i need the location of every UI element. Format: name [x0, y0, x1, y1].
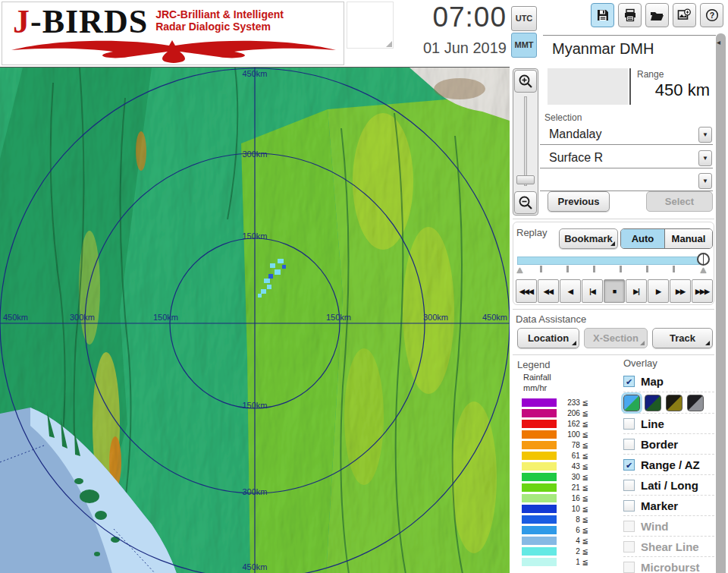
map-style-swatch[interactable] [666, 395, 682, 411]
open-folder-button[interactable] [645, 3, 669, 27]
chevron-down-icon[interactable]: ▼ [698, 173, 712, 189]
legend-threshold-value: 78 ≦ [557, 441, 588, 449]
overlay-item-lati-long[interactable]: Lati / Long [623, 474, 714, 495]
slider-start-marker-icon[interactable]: ▲ [515, 264, 525, 275]
mmt-button[interactable]: MMT [511, 33, 537, 58]
manual-button[interactable]: Manual [665, 229, 712, 248]
zoom-slider-track[interactable] [524, 96, 527, 186]
eagle-logo-icon [8, 37, 339, 65]
stop-button[interactable]: ■ [604, 279, 625, 303]
legend-color-swatch [522, 420, 557, 428]
overlay-item-marker[interactable]: Marker [623, 495, 714, 515]
print-button[interactable] [618, 3, 642, 27]
help-icon: ? [705, 8, 719, 22]
overlay-item-microburst: Microburst [623, 556, 714, 573]
checkbox-icon [623, 562, 635, 573]
step-back-button[interactable]: |◀ [582, 279, 603, 303]
svg-text:?: ? [709, 11, 714, 20]
legend-entry: 6 ≦ [522, 524, 590, 535]
extra-dropdown[interactable]: ▼ [540, 172, 713, 191]
legend-threshold-value: 4 ≦ [557, 537, 588, 545]
checkbox-checked-icon[interactable]: ✔ [623, 459, 635, 471]
auto-button[interactable]: Auto [621, 229, 665, 248]
legend-color-swatch [522, 505, 557, 513]
zoom-slider-handle[interactable] [516, 175, 535, 184]
checkbox-icon [623, 521, 635, 532]
map-style-selector [623, 392, 714, 413]
utc-button[interactable]: UTC [511, 6, 537, 31]
bookmark-label: Bookmark [564, 233, 613, 244]
save-button[interactable] [591, 3, 614, 27]
slider-tick [673, 266, 675, 272]
checkbox-checked-icon[interactable]: ✔ [623, 376, 635, 387]
overlay-item-label: Shear Line [641, 540, 699, 553]
play-button[interactable]: ▶ [648, 279, 669, 303]
panel-collapse-strip[interactable] [716, 33, 726, 573]
collapse-arrow-icon[interactable]: ◂ [717, 38, 720, 46]
overlay-item-map[interactable]: ✔Map [623, 371, 714, 392]
logo-birds: -BIRDS [30, 3, 148, 40]
map-style-swatch-selected[interactable] [623, 395, 640, 411]
forward-button[interactable]: ▶▶ [670, 279, 691, 303]
range-ring-label: 450km [242, 69, 267, 78]
rain-echo [275, 269, 281, 275]
legend-threshold-value: 10 ≦ [557, 505, 588, 513]
legend-color-swatch [522, 473, 557, 481]
selection-label: Selection [544, 112, 582, 123]
slider-end-marker-icon[interactable]: ▲ [698, 264, 708, 275]
rain-echo [264, 279, 270, 283]
previous-button[interactable]: Previous [548, 191, 610, 212]
site-dropdown[interactable]: Mandalay ▼ [540, 125, 713, 145]
legend-threshold-value: 2 ≦ [557, 547, 588, 556]
help-button[interactable]: ? [700, 3, 723, 27]
checkbox-icon[interactable] [623, 439, 635, 450]
range-ring-label: 300km [242, 150, 267, 159]
slider-tick [620, 266, 622, 272]
overlay-item-line[interactable]: Line [623, 413, 714, 433]
map-style-swatch[interactable] [645, 395, 661, 411]
chevron-down-icon[interactable]: ▼ [698, 150, 712, 166]
rewind-button[interactable]: ◀◀ [538, 279, 559, 303]
fast-forward-button[interactable]: ▶▶▶ [692, 279, 713, 303]
magnifier-plus-icon [518, 74, 533, 89]
map-style-swatch[interactable] [687, 395, 704, 411]
slider-tick [540, 266, 542, 272]
checkbox-icon[interactable] [623, 480, 635, 491]
overlay-title: Overlay [623, 357, 657, 369]
product-dropdown[interactable]: Surface R ▼ [540, 149, 713, 168]
step-forward-button[interactable]: ▶| [626, 279, 647, 303]
replay-slider-track[interactable] [517, 257, 704, 265]
legend-color-swatch [522, 441, 557, 449]
overlay-item-label: Microburst [641, 561, 700, 573]
fast-rewind-button[interactable]: ◀◀◀ [516, 279, 537, 303]
radar-map-image: 450km300km150km150km300km450km450km300km… [0, 68, 510, 573]
add-image-button[interactable] [673, 3, 696, 27]
select-button: Select [646, 191, 713, 212]
chevron-down-icon[interactable]: ▼ [698, 127, 712, 143]
track-button[interactable]: Track [652, 328, 713, 348]
play-reverse-button[interactable]: ◀ [560, 279, 581, 303]
checkbox-icon[interactable] [623, 500, 635, 512]
rain-echo [267, 285, 271, 289]
zoom-in-button[interactable] [514, 70, 537, 93]
overlay-item-range-az[interactable]: ✔Range / AZ [623, 454, 714, 474]
radar-map-viewport[interactable]: 450km300km150km150km300km450km450km300km… [0, 67, 510, 573]
checkbox-icon[interactable] [623, 418, 635, 430]
overlay-item-label: Map [641, 375, 664, 388]
legend-threshold-value: 16 ≦ [557, 494, 588, 502]
legend-entry: 78 ≦ [522, 439, 590, 450]
legend-threshold-value: 1 ≦ [557, 558, 588, 566]
overlay-item-label: Border [641, 438, 678, 451]
legend-scale: 233 ≦206 ≦162 ≦100 ≦78 ≦61 ≦43 ≦30 ≦21 ≦… [522, 397, 590, 567]
overlay-item-label: Marker [641, 499, 678, 512]
bookmark-button[interactable]: Bookmark [559, 228, 618, 249]
rain-echo [258, 294, 262, 298]
legend-entry: 21 ≦ [522, 482, 590, 493]
zoom-out-button[interactable] [514, 191, 537, 214]
location-button[interactable]: Location [517, 328, 579, 348]
range-ring-label: 300km [242, 487, 267, 496]
location-label: Location [528, 332, 569, 344]
overlay-item-label: Line [641, 417, 664, 430]
checkbox-icon [623, 541, 635, 553]
overlay-item-border[interactable]: Border [623, 433, 714, 454]
